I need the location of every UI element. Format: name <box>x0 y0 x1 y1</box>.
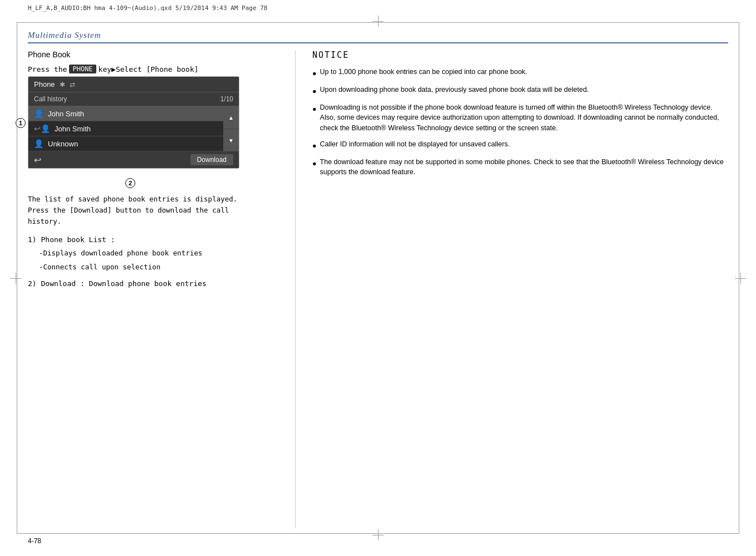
section-header: Multimedia System <box>28 31 728 43</box>
crosshair-top <box>372 16 384 27</box>
notice-item: ● Up to 1,000 phone book entries can be … <box>312 67 728 79</box>
annotation-1-circle: 1 <box>16 118 26 128</box>
page-header: H_LF_A,B_AUDIO:BH hma 4-109~(Audio).qxd … <box>28 4 728 12</box>
notice-title: NOTICE <box>312 50 728 60</box>
notice-list: ● Up to 1,000 phone book entries can be … <box>312 67 728 178</box>
phone-ui-header: Phone ✱ ⇄ <box>28 77 239 92</box>
list-item-1-sub1: -Displays downloaded phone book entries <box>39 248 278 259</box>
contact-row[interactable]: 👤 Unknown <box>28 136 223 151</box>
crosshair-bottom <box>372 529 384 540</box>
person-icon-3: 👤 <box>34 139 43 148</box>
contact-row[interactable]: 👤 John Smith <box>28 106 223 121</box>
transfer-icon: ⇄ <box>70 81 75 88</box>
person-icon-2: ↩👤 <box>34 124 50 133</box>
contact-name-1: John Smith <box>48 110 84 118</box>
scroll-down-button[interactable]: ▼ <box>223 129 239 151</box>
crosshair-left <box>10 273 21 284</box>
bullet-icon: ● <box>312 68 317 79</box>
left-column: Phone Book Press the PHONE key▶Select [P… <box>28 50 295 528</box>
header-filename: H_LF_A,B_AUDIO:BH hma 4-109~(Audio).qxd … <box>28 4 267 12</box>
list-item-2-heading: 2) Download : Download phone book entrie… <box>28 279 278 288</box>
notice-text-5: The download feature may not be supporte… <box>320 157 728 178</box>
main-content: Phone Book Press the PHONE key▶Select [P… <box>28 50 728 528</box>
bullet-icon: ● <box>312 104 317 115</box>
scroll-up-button[interactable]: ▲ <box>223 106 239 129</box>
notice-item: ● Caller ID information will not be disp… <box>312 139 728 151</box>
notice-text-2: Upon downloading phone book data, previo… <box>320 85 589 95</box>
desc-content: The list of saved phone book entries is … <box>28 195 237 225</box>
section-title: Multimedia System <box>28 31 101 40</box>
list-item-1-sub2: -Connects call upon selection <box>39 262 278 273</box>
phone-ui-footer: ↩ Download <box>28 151 239 168</box>
call-history-row: Call history 1/10 <box>28 92 239 106</box>
notice-item: ● The download feature may not be suppor… <box>312 157 728 178</box>
description-text: The list of saved phone book entries is … <box>28 194 262 227</box>
contact-row[interactable]: ↩👤 John Smith <box>28 121 223 136</box>
contact-rows-wrapper: 👤 John Smith ↩👤 John Smith 👤 Unknown <box>28 106 239 151</box>
phone-ui-mockup: Phone ✱ ⇄ Call history 1/10 👤 <box>28 76 239 169</box>
bullet-icon: ● <box>312 86 317 97</box>
crosshair-right <box>735 273 746 284</box>
bullet-icon: ● <box>312 141 317 151</box>
page-number: 4-78 <box>28 537 41 545</box>
scroll-buttons: ▲ ▼ <box>223 106 239 151</box>
list-item-1-heading: 1) Phone book List : <box>28 235 278 244</box>
phonebook-heading: Phone Book <box>28 50 278 59</box>
bluetooth-icon: ✱ <box>60 81 65 88</box>
list-section: 1) Phone book List : -Displays downloade… <box>28 235 278 288</box>
notice-text-3: Downloading is not possible if the phone… <box>320 102 728 134</box>
back-button[interactable]: ↩ <box>34 155 41 165</box>
call-history-count: 1/10 <box>220 95 233 103</box>
instruction-press: Press the <box>28 65 67 73</box>
phone-ui-header-left: Phone ✱ ⇄ <box>34 80 75 88</box>
notice-item: ● Downloading is not possible if the pho… <box>312 102 728 134</box>
download-button[interactable]: Download <box>190 154 233 165</box>
contact-name-2: John Smith <box>55 125 91 133</box>
notice-text-4: Caller ID information will not be displa… <box>320 139 510 150</box>
bullet-icon: ● <box>312 159 317 169</box>
notice-text-1: Up to 1,000 phone book entries can be co… <box>320 67 528 77</box>
notice-item: ● Upon downloading phone book data, prev… <box>312 85 728 97</box>
annotation-2: 2 <box>125 178 135 188</box>
call-history-label: Call history <box>34 95 67 103</box>
contact-name-3: Unknown <box>48 140 78 148</box>
instruction-rest: key▶Select [Phone book] <box>99 65 199 73</box>
annotation-2-circle: 2 <box>125 178 135 188</box>
person-icon-1: 👤 <box>34 109 43 118</box>
contacts-list: 👤 John Smith ↩👤 John Smith 👤 Unknown <box>28 106 239 151</box>
right-column: NOTICE ● Up to 1,000 phone book entries … <box>295 50 728 528</box>
phone-ui-title: Phone <box>34 80 55 88</box>
instruction-line: Press the PHONE key▶Select [Phone book] <box>28 65 278 73</box>
annotation-1: 1 <box>16 118 26 128</box>
phone-key-badge: PHONE <box>69 65 96 73</box>
